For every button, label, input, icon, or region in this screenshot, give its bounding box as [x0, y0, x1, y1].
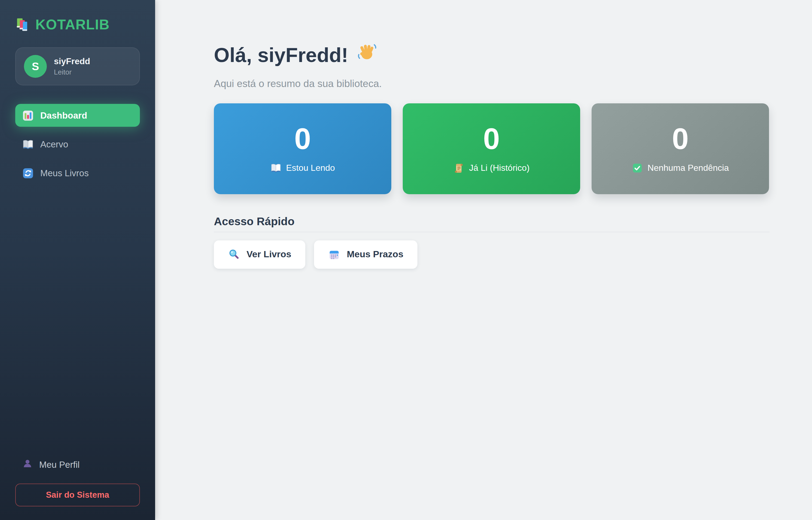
- button-label: Meus Prazos: [347, 249, 403, 260]
- check-icon: [632, 162, 643, 173]
- sidebar-item-dashboard[interactable]: Dashboard: [15, 104, 140, 127]
- profile-label: Meu Perfil: [39, 459, 80, 470]
- stat-label-row: Já Li (Histórico): [453, 162, 530, 173]
- calendar-icon: [328, 248, 340, 260]
- sidebar-item-acervo[interactable]: Acervo: [15, 133, 140, 156]
- avatar: S: [24, 55, 47, 78]
- stat-card-estou-lendo: 0 Estou Lendo: [214, 103, 391, 194]
- stat-value: 0: [672, 124, 688, 154]
- ver-livros-button[interactable]: Ver Livros: [214, 240, 305, 268]
- magnifier-icon: [228, 248, 240, 260]
- sidebar-nav: Dashboard Acervo: [15, 104, 140, 184]
- meus-prazos-button[interactable]: Meus Prazos: [314, 240, 417, 268]
- scroll-icon: [453, 162, 464, 173]
- stat-label-row: Nenhuma Pendência: [632, 162, 729, 173]
- sidebar-item-meus-livros[interactable]: Meus Livros: [15, 161, 140, 184]
- subtitle: Aqui está o resumo da sua biblioteca.: [214, 78, 769, 89]
- sidebar: KOTARLIB S siyFredd Leitor: [0, 0, 155, 520]
- stat-value: 0: [294, 124, 311, 154]
- books-stack-icon: [15, 18, 30, 32]
- sidebar-item-meu-perfil[interactable]: Meu Perfil: [15, 454, 140, 475]
- stat-value: 0: [483, 124, 500, 154]
- stat-label: Já Li (Histórico): [469, 163, 530, 173]
- content-container: Olá, siyFredd!: [214, 43, 769, 268]
- user-role: Leitor: [54, 68, 90, 76]
- stat-label: Nenhuma Pendência: [648, 163, 729, 173]
- app-window: KOTARLIB S siyFredd Leitor: [0, 0, 812, 520]
- stat-card-ja-li: 0 Já Li (Histórico): [403, 103, 580, 194]
- waving-hand-icon: [356, 43, 377, 68]
- button-label: Ver Livros: [247, 249, 291, 260]
- stat-card-pendencias: 0 Nenhuma Pendência: [591, 103, 769, 194]
- app-logo: KOTARLIB: [15, 16, 140, 33]
- user-card: S siyFredd Leitor: [15, 47, 140, 85]
- stat-label: Estou Lendo: [286, 163, 335, 173]
- user-meta: siyFredd Leitor: [54, 57, 90, 76]
- greeting-heading: Olá, siyFredd!: [214, 43, 769, 68]
- quick-access-title: Acesso Rápido: [214, 214, 769, 228]
- avatar-initial: S: [32, 60, 39, 73]
- stat-label-row: Estou Lendo: [270, 162, 335, 173]
- sidebar-item-label: Meus Livros: [40, 168, 89, 178]
- open-book-icon: [22, 138, 34, 150]
- logout-button[interactable]: Sair do Sistema: [15, 484, 140, 506]
- user-name: siyFredd: [54, 57, 90, 67]
- divider: [214, 231, 769, 232]
- open-book-icon: [270, 162, 281, 173]
- app-title: KOTARLIB: [35, 16, 110, 33]
- person-icon: [22, 458, 33, 471]
- bar-chart-icon: [22, 110, 34, 121]
- sidebar-item-label: Acervo: [40, 139, 68, 149]
- quick-access-row: Ver Livros: [214, 240, 769, 268]
- sidebar-footer: Meu Perfil Sair do Sistema: [15, 454, 140, 506]
- sync-icon: [22, 167, 34, 179]
- stats-row: 0 Estou Lendo 0: [214, 103, 769, 194]
- main-content: Olá, siyFredd!: [155, 0, 812, 520]
- sidebar-item-label: Dashboard: [40, 110, 87, 121]
- greeting-text: Olá, siyFredd!: [214, 44, 348, 67]
